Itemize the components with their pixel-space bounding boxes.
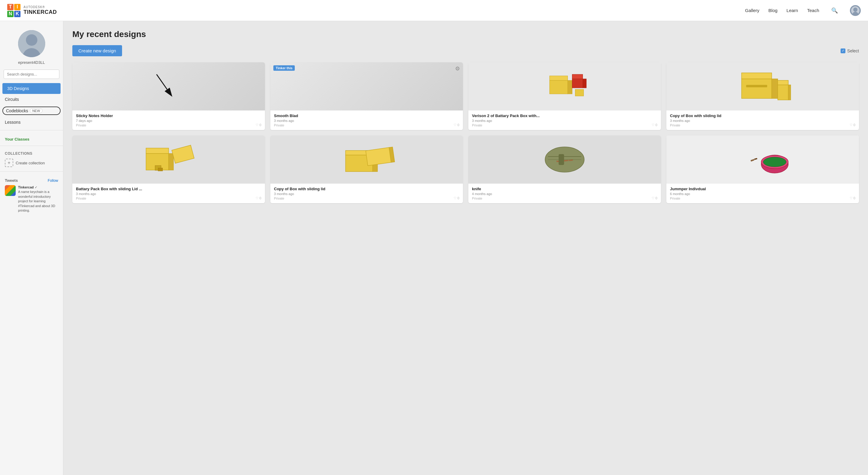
content-area: My recent designs Create new design Sele… — [63, 21, 868, 475]
brand-logo[interactable]: T I N K AUTODESK® TINKERCAD — [7, 4, 57, 17]
avatar-silhouette — [851, 6, 860, 15]
card-footer: Private ♡ 0 — [274, 123, 459, 127]
card-age: 3 months ago — [274, 119, 459, 123]
design-card[interactable]: Copy of Box with sliding lid 3 months ag… — [270, 135, 463, 203]
tweets-title: Tweets — [5, 178, 18, 183]
svg-rect-18 — [169, 154, 174, 170]
sidebar-item-circuits[interactable]: Circuits — [0, 94, 63, 105]
blog-link[interactable]: Blog — [769, 8, 778, 13]
header-left: My recent designs — [72, 30, 146, 39]
tweets-header: Tweets Follow — [5, 178, 58, 183]
card-privacy: Private — [472, 124, 482, 127]
svg-line-1 — [157, 74, 167, 90]
codeblocks-row-wrapper: Codeblocks NEW — [0, 105, 63, 117]
logo-i: I — [14, 4, 21, 10]
svg-point-34 — [764, 157, 786, 167]
svg-rect-36 — [754, 158, 757, 160]
svg-rect-11 — [772, 79, 778, 98]
divider-3 — [0, 171, 63, 172]
thumb-svg: ballprecision.com — [468, 135, 661, 183]
create-collection-label: Create collection — [16, 161, 45, 165]
thumb-svg — [468, 62, 661, 110]
card-footer: Private ♡ 0 — [76, 196, 261, 200]
sidebar-item-lessons[interactable]: Lessons — [0, 117, 63, 128]
tinkercad-label: TINKERCAD — [24, 9, 57, 15]
design-card[interactable]: Verison 2 of Battary Pack Box with... 3 … — [468, 62, 661, 130]
create-new-design-button[interactable]: Create new design — [72, 45, 122, 56]
card-info: Jummper Indivdual 6 months ago Private ♡… — [666, 183, 859, 203]
thumb-svg — [270, 135, 463, 183]
svg-rect-9 — [742, 79, 772, 98]
new-badge: NEW — [30, 108, 42, 113]
card-thumbnail — [72, 62, 265, 110]
tinker-badge: Tinker this — [273, 65, 295, 71]
svg-rect-10 — [742, 73, 772, 79]
sidebar-item-3d-designs[interactable]: 3D Designs — [2, 83, 61, 94]
lessons-label: Lessons — [5, 120, 21, 125]
logo-t: T — [7, 4, 13, 10]
card-title: Copy of Box with sliding lid — [274, 186, 459, 191]
design-card[interactable]: Jummper Indivdual 6 months ago Private ♡… — [666, 135, 859, 203]
follow-link[interactable]: Follow — [48, 178, 58, 183]
design-card[interactable]: Battary Pack Box with sliding Lid ... 3 … — [72, 135, 265, 203]
svg-rect-2 — [550, 80, 568, 94]
card-info: Verison 2 of Battary Pack Box with... 3 … — [468, 110, 661, 130]
design-card[interactable]: Copy of Box with sliding lid 3 months ag… — [666, 62, 859, 130]
tweets-section: Tweets Follow Tinkercad ✓ A name keychai… — [0, 174, 63, 215]
card-info: Copy of Box with sliding lid 3 months ag… — [666, 110, 859, 130]
tweet-logo — [5, 185, 16, 196]
card-likes: ♡ 0 — [255, 196, 261, 200]
card-title: Smooth Blad — [274, 113, 459, 118]
sidebar-avatar — [18, 30, 45, 57]
svg-rect-14 — [778, 80, 788, 85]
card-likes: ♡ 0 — [652, 123, 657, 127]
card-likes: ♡ 0 — [255, 123, 261, 127]
search-icon[interactable]: 🔍 — [831, 7, 838, 14]
card-age: 3 months ago — [274, 192, 459, 196]
search-input[interactable] — [4, 70, 59, 79]
topnav: T I N K AUTODESK® TINKERCAD Gallery Blog… — [0, 0, 868, 21]
svg-rect-35 — [750, 159, 754, 162]
collections-label: Collections — [0, 148, 63, 157]
sidebar-username: epresent4D3LL — [18, 60, 45, 65]
card-age: 4 months ago — [472, 192, 657, 196]
card-footer: Private ♡ 0 — [670, 196, 855, 200]
card-info: Smooth Blad 3 months ago Private ♡ 0 — [270, 110, 463, 130]
card-age: 3 months ago — [472, 119, 657, 123]
select-checkbox — [841, 48, 845, 53]
create-collection-button[interactable]: + Create collection — [0, 157, 63, 169]
logo-k: K — [14, 11, 21, 17]
sidebar-item-codeblocks[interactable]: Codeblocks NEW — [2, 107, 61, 115]
tweet-text: A name keychain is a wonderful introduct… — [18, 190, 55, 212]
design-grid: Sticky Notes Holder 7 days ago Private ♡… — [72, 62, 859, 203]
gear-icon[interactable]: ⚙ — [455, 65, 460, 72]
divider-2 — [0, 146, 63, 146]
card-likes: ♡ 0 — [454, 123, 459, 127]
circuits-label: Circuits — [5, 97, 19, 102]
card-footer: Private ♡ 0 — [76, 123, 261, 127]
card-age: 6 months ago — [670, 192, 855, 196]
svg-rect-20 — [158, 168, 163, 171]
design-card[interactable]: ballprecision.com knife 4 months ago Pri… — [468, 135, 661, 203]
content-header: My recent designs — [72, 30, 859, 39]
select-area[interactable]: Select — [841, 48, 859, 53]
card-title: knife — [472, 186, 657, 191]
gallery-link[interactable]: Gallery — [745, 8, 760, 13]
svg-rect-31 — [559, 154, 564, 165]
design-card[interactable]: Tinker this ⚙ Smooth Blad 3 months ago P… — [270, 62, 463, 130]
card-info: Battary Pack Box with sliding Lid ... 3 … — [72, 183, 265, 203]
teach-link[interactable]: Teach — [807, 8, 819, 13]
svg-rect-4 — [568, 80, 572, 94]
design-card[interactable]: Sticky Notes Holder 7 days ago Private ♡… — [72, 62, 265, 130]
card-footer: Private ♡ 0 — [670, 123, 855, 127]
user-avatar[interactable] — [850, 5, 861, 16]
logo-grid: T I N K — [7, 4, 21, 17]
card-age: 3 months ago — [76, 192, 261, 196]
divider-1 — [0, 130, 63, 130]
card-thumbnail — [666, 135, 859, 183]
card-likes: ♡ 0 — [454, 196, 459, 200]
page-title: My recent designs — [72, 30, 146, 39]
select-label: Select — [847, 48, 859, 53]
tweet-content: Tinkercad ✓ A name keychain is a wonderf… — [18, 185, 58, 213]
learn-link[interactable]: Learn — [786, 8, 798, 13]
